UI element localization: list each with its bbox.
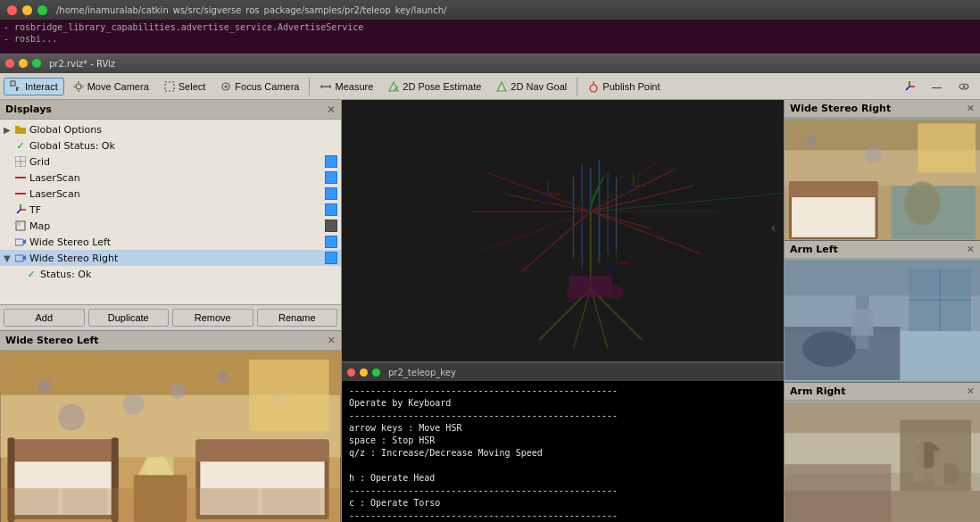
duplicate-button[interactable]: Duplicate [88,309,170,327]
wide-stereo-right-scene [785,118,980,240]
tree-label-wide-stereo-left: Wide Stereo Left [29,236,325,248]
rviz-window-bar: pr2.rviz* - RViz [0,54,980,73]
tree-item-map[interactable]: ▶ Map [0,218,341,234]
wide-stereo-right-close[interactable]: ✕ [967,103,975,114]
tree-label-laserscan-2: LaserScan [29,188,325,200]
laserscan-2-check[interactable] [325,187,337,200]
teleop-title: pr2_teleop_key [388,368,456,377]
right-panel: Wide Stereo Right ✕ [784,100,980,522]
teleop-close-button[interactable] [347,369,355,377]
teleop-line-10: c : Operate Torso [349,497,777,510]
tree-item-status-ok[interactable]: ▶ ✓ Status: Ok [11,266,341,282]
measure-button[interactable]: Measure [313,78,379,95]
focus-camera-button[interactable]: Focus Camera [213,78,305,95]
eye-button[interactable] [951,78,976,95]
teleop-minimize-button[interactable] [360,369,368,377]
rviz-close-button[interactable] [5,59,14,68]
tree-item-wide-stereo-right[interactable]: ▼ Wide Stereo Right [0,250,341,266]
select-button[interactable]: Select [157,78,212,95]
displays-title: Displays [5,104,52,115]
arm-left-content [785,259,980,381]
svg-marker-1 [16,87,21,91]
tree-label-map: Map [29,220,325,232]
add-axes-button[interactable] [897,78,922,95]
tree-item-tf[interactable]: ▶ TF [0,202,341,218]
expand-right-icon[interactable]: ▼ [4,253,14,263]
tree-label-global-options: Global Options [29,124,337,136]
svg-rect-128 [792,197,876,237]
center-panel: pr2_teleop_key -------------------------… [342,100,784,522]
svg-point-44 [217,372,228,383]
wide-stereo-right-header: Wide Stereo Right ✕ [785,100,980,118]
tree-label-grid: Grid [29,156,325,168]
teleop-line-8: h : Operate Head [349,472,777,485]
arm-right-panel: Arm Right ✕ [785,383,980,522]
close-button[interactable] [7,5,17,15]
displays-tree[interactable]: ▶ Global Options ▶ ✓ Global Status: Ok ▶ [0,120,341,304]
tree-item-grid[interactable]: ▶ Grid [0,153,341,170]
svg-rect-64 [0,488,340,522]
tree-item-laserscan-2[interactable]: ▶ LaserScan [0,186,341,202]
toolbar: Interact Move Camera Select Focus Camera [0,73,980,100]
svg-rect-23 [15,128,26,134]
wsl-close-button[interactable]: ✕ [328,335,336,346]
svg-rect-0 [11,81,15,86]
publish-point-button[interactable]: Publish Point [581,78,666,95]
arm-right-title: Arm Right [790,385,845,397]
terminal-strip: - rosbridge_library_capabilities.adverti… [0,20,980,54]
wsl-header: Wide Stereo Left ✕ [0,331,341,351]
expand-icon[interactable]: ▶ [4,125,14,135]
3d-view[interactable] [342,100,784,361]
rviz-title: pr2.rviz* - RViz [49,59,115,69]
svg-point-123 [866,146,882,162]
arm-left-close[interactable]: ✕ [967,244,975,255]
displays-header: Displays ✕ [0,100,341,120]
remove-button[interactable]: Remove [172,309,253,327]
arm-right-close[interactable]: ✕ [967,385,975,397]
rename-button[interactable]: Rename [257,309,338,327]
tree-label-wide-stereo-right: Wide Stereo Right [29,253,325,264]
folder-icon [14,123,27,136]
svg-rect-37 [15,255,23,261]
svg-point-22 [963,85,966,87]
wide-stereo-right-title: Wide Stereo Right [790,103,891,114]
tree-item-wide-stereo-left[interactable]: ▶ Wide Stereo Left [0,234,341,250]
wide-stereo-left-scene [0,351,341,522]
arm-right-header: Arm Right ✕ [785,383,980,401]
move-camera-button[interactable]: Move Camera [66,78,155,95]
svg-point-47 [170,383,187,399]
add-button[interactable]: Add [4,309,85,327]
pose-estimate-label: 2D Pose Estimate [403,81,481,92]
grid-check[interactable] [325,155,337,168]
map-icon [14,220,27,232]
svg-rect-139 [851,310,874,336]
svg-point-140 [802,332,856,368]
maximize-button[interactable] [37,5,47,15]
displays-close-button[interactable]: ✕ [327,104,336,116]
laserscan-1-check[interactable] [325,171,337,184]
svg-line-20 [906,87,909,90]
minimize-button[interactable] [22,5,32,15]
svg-rect-125 [918,123,976,172]
displays-panel: Displays ✕ ▶ Global Options ▶ ✓ Global S… [0,100,341,330]
pose-estimate-button[interactable]: 2D Pose Estimate [381,78,487,95]
nav-goal-button[interactable]: 2D Nav Goal [489,78,573,95]
tree-item-laserscan-1[interactable]: ▶ LaserScan [0,170,341,186]
minus-button[interactable]: — [926,79,948,95]
svg-point-46 [58,404,85,431]
wide-stereo-right-check[interactable] [325,252,337,264]
move-camera-icon [72,80,85,93]
rviz-minimize-button[interactable] [19,59,28,68]
axes-icon [903,80,916,93]
arm-left-scene [785,259,980,381]
rviz-maximize-button[interactable] [32,59,41,68]
tree-item-global-options[interactable]: ▶ Global Options [0,121,341,137]
status-ok-icon: ✓ [25,268,37,280]
interact-button[interactable]: Interact [4,78,64,95]
teleop-maximize-button[interactable] [372,369,380,377]
wide-stereo-left-check[interactable] [325,236,337,248]
tree-item-global-status[interactable]: ▶ ✓ Global Status: Ok [0,137,341,153]
map-check[interactable] [325,220,337,232]
tree-label-laserscan-1: LaserScan [29,172,325,184]
tf-check[interactable] [325,203,337,216]
